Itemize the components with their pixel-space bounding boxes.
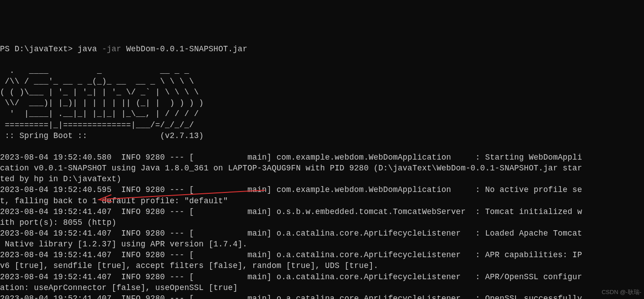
log-line: ted by hp in D:\javaText) [0,174,121,183]
log-line: 2023-08-04 19:52:41.407 INFO 9280 --- [ … [0,272,582,281]
command-flag: -jar [102,45,121,54]
log-line: t, falling back to 1 default profile: "d… [0,196,228,205]
prompt-path: D:\javaText> [14,45,73,54]
log-line: 2023-08-04 19:52:40.580 INFO 9280 --- [ … [0,153,582,162]
prompt-shell: PS [0,45,10,54]
log-line: cation v0.0.1-SNAPSHOT using Java 1.8.0_… [0,164,582,173]
log-line: 2023-08-04 19:52:41.407 INFO 9280 --- [ … [0,250,582,259]
terminal-output[interactable]: PS D:\javaText> java -jar WebDom-0.0.1-S… [0,44,644,299]
command-argument: WebDom-0.0.1-SNAPSHOT.jar [126,45,247,54]
log-line: 2023-08-04 19:52:41.407 INFO 9280 --- [ … [0,229,582,238]
log-line: Native library [1.2.37] using APR versio… [0,240,247,249]
log-line: 2023-08-04 19:52:41.407 INFO 9280 --- [ … [0,207,582,216]
log-line: 2023-08-04 19:52:41.407 INFO 9280 --- [ … [0,294,582,299]
watermark-text: CSDN @-耿瑞- [602,288,641,296]
log-line: v6 [true], sendfile [true], accept filte… [0,261,379,270]
log-line: 2023-08-04 19:52:40.595 INFO 9280 --- [ … [0,185,582,194]
log-line: ation: useAprConnector [false], useOpenS… [0,283,238,292]
spring-boot-banner: . ____ _ __ _ _ /\\ / ___'_ __ _ _(_)_ _… [0,66,204,140]
log-line: ith port(s): 8055 (http) [0,218,116,227]
command-executable: java [78,45,97,54]
